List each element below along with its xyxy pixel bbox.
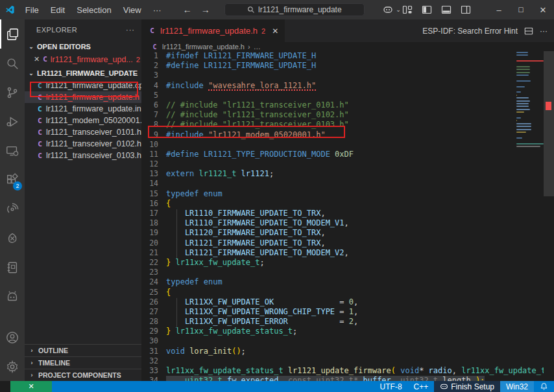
code-line[interactable]: 33lr11xx_fw_update_status_t lr1121_updat… xyxy=(141,366,554,376)
code-line[interactable]: 23 xyxy=(141,268,554,277)
code-line[interactable]: 18 LR1110_FIRMWARE_UPDATE_TO_MODEM_V1, xyxy=(141,218,554,228)
scrollbar-slider[interactable] xyxy=(544,51,554,196)
code-line[interactable]: 30 xyxy=(141,336,554,346)
code-line[interactable]: 2#define LR1121_FIRMWARE_UPDATE_H xyxy=(141,61,554,71)
timeline-section[interactable]: › TIMELINE xyxy=(25,356,141,369)
window-minimize-button[interactable]: – xyxy=(488,0,510,19)
sidebar-more-icon[interactable]: ··· xyxy=(126,26,135,34)
code-line[interactable]: 1#ifndef LR1121_FIRMWARE_UPDATE_H xyxy=(141,51,554,61)
code-editor[interactable]: 1#ifndef LR1121_FIRMWARE_UPDATE_H2#defin… xyxy=(141,51,554,381)
menu-view[interactable]: View xyxy=(117,5,147,15)
file-row[interactable]: Clr1121_firmware_update.cpp xyxy=(25,80,141,91)
espidf-search-error-hint-button[interactable]: ESP-IDF: Search Error Hint xyxy=(422,27,518,36)
file-tree: Clr1121_firmware_update.cppClr1121_firmw… xyxy=(25,80,141,161)
code-line[interactable]: 24typedef enum xyxy=(141,277,554,287)
tab-lr1121-firmware-update-h[interactable]: C lr1121_firmware_update.h 2 ✕ xyxy=(141,19,285,42)
settings-gear-icon[interactable] xyxy=(0,352,25,381)
code-text: #include "lr1121_modem_05020001.h" xyxy=(166,130,326,140)
code-line[interactable]: 15typedef enum xyxy=(141,189,554,199)
code-line[interactable]: 28 LR11XX_FW_UPDATE_ERROR = 2, xyxy=(141,317,554,327)
explorer-icon[interactable] xyxy=(0,19,25,49)
window-maximize-button[interactable]: ☐ xyxy=(510,0,532,19)
code-line[interactable]: 11#define LR1121_TYPE_PRODUCTION_MODE 0x… xyxy=(141,150,554,159)
search-value: lr1121_firmware_update xyxy=(258,5,342,14)
code-line[interactable]: 21 LR1121_FIRMWARE_UPDATE_TO_MODEM_V2, xyxy=(141,248,554,258)
extensions-icon[interactable]: 2 xyxy=(0,165,25,194)
code-line[interactable]: 9#include "lr1121_modem_05020001.h" xyxy=(141,130,554,140)
code-line[interactable]: 17 LR1110_FIRMWARE_UPDATE_TO_TRX, xyxy=(141,209,554,218)
code-line[interactable]: 27 LR11XX_FW_UPDATE_WRONG_CHIP_TYPE = 1, xyxy=(141,307,554,317)
code-line[interactable]: 10 xyxy=(141,140,554,150)
project-components-section[interactable]: › PROJECT COMPONENTS xyxy=(25,369,141,381)
code-line[interactable]: 34 uint32_t fw_expected, const uint32_t*… xyxy=(141,376,554,381)
code-line[interactable]: 20 LR1121_FIRMWARE_UPDATE_TO_TRX, xyxy=(141,238,554,248)
close-icon[interactable]: ✕ xyxy=(34,55,40,63)
language-mode-indicator[interactable]: C++ xyxy=(408,381,435,392)
open-editors-section[interactable]: ⌄ OPEN EDITORS xyxy=(25,40,141,53)
code-line[interactable]: 31void lora_init(); xyxy=(141,347,554,356)
breadcrumb[interactable]: C lr1121_firmware_update.h › … xyxy=(141,42,554,51)
file-row[interactable]: Clr1121_modem_05020001.h xyxy=(25,115,141,126)
editor-scrollbar[interactable] xyxy=(544,51,554,381)
code-line[interactable]: 8// #include "lr1121_transceiver_0103.h" xyxy=(141,120,554,130)
copilot-menu[interactable]: ⌄ xyxy=(383,5,402,15)
c-file-icon: C xyxy=(43,55,47,63)
folder-root[interactable]: ⌄ LR1121_FIRMWARE_UPDATE xyxy=(25,67,141,80)
code-line[interactable]: 12 xyxy=(141,159,554,169)
code-line[interactable]: 7// #include "lr1121_transceiver_0102.h" xyxy=(141,110,554,120)
file-row[interactable]: Clr1121_transceiver_0102.h xyxy=(25,138,141,150)
code-line[interactable]: 3 xyxy=(141,71,554,80)
minimap[interactable] xyxy=(516,52,544,148)
code-line[interactable]: 13extern lr1121_t lr1121; xyxy=(141,169,554,179)
file-row[interactable]: Clr1121_firmware_update.ino xyxy=(25,103,141,115)
finish-setup-button[interactable]: Finish Setup xyxy=(434,381,500,392)
menu-more[interactable]: ··· xyxy=(147,5,167,15)
menu-edit[interactable]: Edit xyxy=(45,5,71,15)
code-line[interactable]: 22} lr11xx_fw_update_t; xyxy=(141,258,554,268)
code-line[interactable]: 4#include "wavesahre_lora_1121.h" xyxy=(141,81,554,91)
platformio-icon[interactable] xyxy=(0,224,25,253)
toggle-panel-icon[interactable] xyxy=(441,5,452,15)
code-line[interactable]: 6// #include "lr1121_transceiver_0101.h" xyxy=(141,100,554,110)
editor-more-actions-icon[interactable]: ··· xyxy=(540,27,548,36)
file-name: lr1121_firmware_update.cpp xyxy=(46,81,149,90)
remote-explorer-icon[interactable] xyxy=(0,136,25,165)
toggle-secondary-sidebar-icon[interactable] xyxy=(461,5,471,15)
file-row[interactable]: Clr1121_transceiver_0103.h xyxy=(25,150,141,161)
code-line[interactable]: 29} lr11xx_fw_update_status_t; xyxy=(141,327,554,336)
open-editor-item[interactable]: ✕ C lr1121_firmware_upd... 2 xyxy=(25,53,141,65)
code-line[interactable]: 16{ xyxy=(141,199,554,209)
notebook-icon[interactable] xyxy=(0,253,25,282)
command-center-search[interactable]: lr1121_firmware_update xyxy=(224,3,365,16)
file-row[interactable]: Clr1121_transceiver_0101.h xyxy=(25,126,141,138)
search-view-icon[interactable] xyxy=(0,49,25,78)
menu-file[interactable]: File xyxy=(19,5,45,15)
file-row[interactable]: Clr1121_firmware_update.h2 xyxy=(25,91,141,103)
platform-indicator[interactable]: Win32 xyxy=(500,381,534,392)
outline-section[interactable]: › OUTLINE xyxy=(25,344,141,356)
source-control-icon[interactable] xyxy=(0,78,25,107)
espressif-idf-icon[interactable] xyxy=(0,194,25,224)
code-line[interactable]: 26 LR11XX_FW_UPDATE_OK = 0, xyxy=(141,297,554,307)
customize-layout-icon[interactable] xyxy=(402,5,413,15)
code-text: } lr11xx_fw_update_status_t; xyxy=(166,327,297,336)
tab-close-icon[interactable]: ✕ xyxy=(272,27,278,36)
account-icon[interactable] xyxy=(0,323,25,352)
remote-indicator[interactable]: ✕ xyxy=(10,381,52,392)
code-line[interactable]: 19 LR1120_FIRMWARE_UPDATE_TO_TRX, xyxy=(141,228,554,238)
encoding-indicator[interactable]: UTF-8 xyxy=(374,381,408,392)
menu-selection[interactable]: Selection xyxy=(71,5,117,15)
robot-assistant-icon[interactable] xyxy=(0,282,25,311)
nav-forward-icon[interactable]: → xyxy=(201,5,210,15)
toggle-sidebar-icon[interactable] xyxy=(422,5,432,15)
window-close-button[interactable]: ✕ xyxy=(532,0,554,19)
code-line[interactable]: 5 xyxy=(141,91,554,100)
notifications-bell-icon[interactable] xyxy=(534,381,554,392)
split-editor-icon[interactable] xyxy=(524,27,533,36)
nav-back-icon[interactable]: ← xyxy=(183,5,192,15)
code-line[interactable]: 32 xyxy=(141,356,554,366)
line-number: 15 xyxy=(141,189,166,199)
run-debug-icon[interactable] xyxy=(0,107,25,136)
code-line[interactable]: 25{ xyxy=(141,288,554,297)
code-line[interactable]: 14 xyxy=(141,179,554,189)
